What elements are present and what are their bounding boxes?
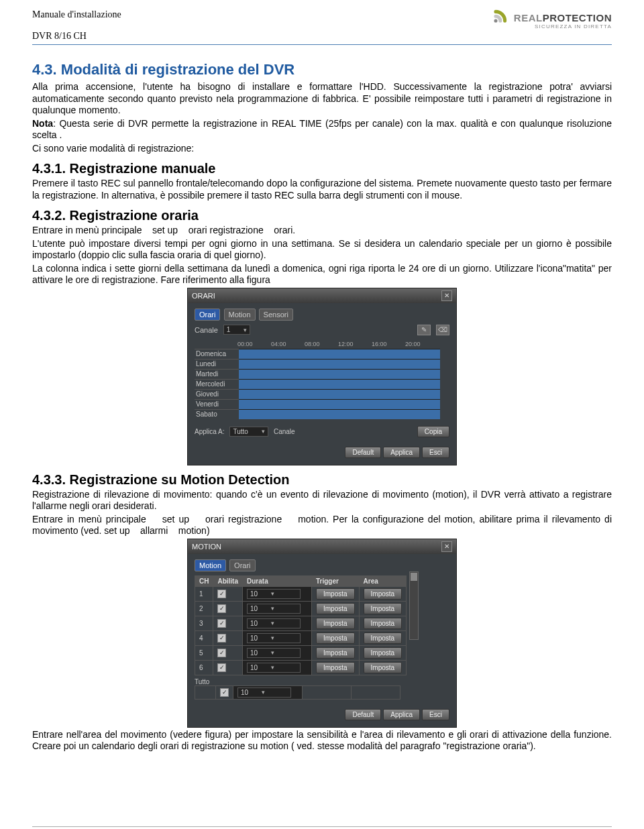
para-4-3-2-a: Entrare in menù principale set up orari … xyxy=(32,225,612,237)
col-durata: Durata xyxy=(243,575,312,586)
default-button[interactable]: Default xyxy=(345,709,381,720)
durata-select[interactable]: 10 xyxy=(247,633,301,643)
checkbox[interactable]: ✓ xyxy=(217,619,226,628)
motion-table: CH Abilita Durata Trigger Area 1 ✓ 10 Im… xyxy=(195,575,407,675)
para-4-3-3-b: Entrare in menù principale set up orari … xyxy=(32,514,612,537)
trigger-button[interactable]: Imposta xyxy=(316,662,355,673)
area-button[interactable]: Imposta xyxy=(364,603,402,614)
trigger-button[interactable]: Imposta xyxy=(316,603,355,614)
day-label: Mercoledi xyxy=(195,379,239,388)
heading-4-3-1: 4.3.1. Registrazione manuale xyxy=(32,161,612,176)
para-4-3-a: Alla prima accensione, l'utente ha bisog… xyxy=(32,81,612,117)
applica-a-select[interactable]: Tutto xyxy=(229,427,268,437)
tutto-label: Tutto xyxy=(195,678,209,685)
checkbox[interactable]: ✓ xyxy=(217,590,226,598)
para-4-3-nota: Nota: Questa serie di DVR permette la re… xyxy=(32,118,612,142)
checkbox[interactable]: ✓ xyxy=(217,634,226,643)
brand-logo: REALPROTECTION SICUREZZA IN DIRETTA xyxy=(484,9,612,32)
tab-sensori[interactable]: Sensori xyxy=(259,309,293,321)
scrollbar[interactable] xyxy=(409,571,419,640)
area-button[interactable]: Imposta xyxy=(364,588,402,600)
timeline-header: 00:00 04:00 08:00 12:00 16:00 20:00 xyxy=(237,341,449,347)
doc-model: DVR 8/16 CH xyxy=(32,31,121,42)
day-label: Venerdi xyxy=(195,399,239,408)
trigger-button[interactable]: Imposta xyxy=(316,588,355,600)
tab-orari2[interactable]: Orari xyxy=(229,559,255,571)
para-4-3-3-c: Entrare nell'area del movimento (vedere … xyxy=(32,729,612,753)
table-row: 2 ✓ 10 Imposta Imposta xyxy=(195,601,407,616)
schedule-bar[interactable] xyxy=(239,379,440,389)
table-row: 6 ✓ 10 Imposta Imposta xyxy=(195,660,407,675)
svg-point-0 xyxy=(494,19,497,22)
applica-button[interactable]: Applica xyxy=(383,447,420,458)
para-4-3-2-c: La colonna indica i sette giorni della s… xyxy=(32,263,612,286)
schedule-bar[interactable] xyxy=(239,389,440,399)
durata-select[interactable]: 10 xyxy=(247,604,301,614)
col-abilita: Abilita xyxy=(213,575,243,586)
checkbox-all[interactable]: ✓ xyxy=(220,688,229,697)
para-4-3-3-a: Registrazione di rilevazione di moviment… xyxy=(32,489,612,512)
nota-text: : Questa serie di DVR permette la regist… xyxy=(32,118,612,141)
tab-orari[interactable]: Orari xyxy=(195,309,220,321)
area-button[interactable]: Imposta xyxy=(364,618,402,629)
tab-motion2[interactable]: Motion xyxy=(195,559,226,571)
page-footer: www.realprotection.it 12 xyxy=(32,826,612,830)
col-ch: CH xyxy=(195,575,213,586)
table-row: 3 ✓ 10 Imposta Imposta xyxy=(195,616,407,630)
motion-tabs: Motion Orari xyxy=(195,559,449,571)
durata-all-select[interactable]: 10 xyxy=(237,687,291,698)
schedule-bar[interactable] xyxy=(239,349,440,359)
applica-button[interactable]: Applica xyxy=(383,709,420,720)
esci-button[interactable]: Esci xyxy=(422,709,449,720)
tab-motion[interactable]: Motion xyxy=(224,309,256,321)
motion-title: MOTION xyxy=(192,543,221,551)
para-4-3-1: Premere il tasto REC sul pannello fronta… xyxy=(32,178,612,201)
schedule-bar[interactable] xyxy=(239,359,440,369)
table-row: 4 ✓ 10 Imposta Imposta xyxy=(195,630,407,645)
checkbox[interactable]: ✓ xyxy=(217,604,226,613)
schedule-grid[interactable]: Domenica Lunedi Martedi Mercoledi Gioved… xyxy=(195,349,449,419)
brand-tagline: SICUREZZA IN DIRETTA xyxy=(514,23,612,30)
area-button[interactable]: Imposta xyxy=(364,662,402,673)
schedule-bar[interactable] xyxy=(239,369,440,379)
table-row: 5 ✓ 10 Imposta Imposta xyxy=(195,645,407,660)
canale-select[interactable]: 1 xyxy=(223,325,251,335)
trigger-button[interactable]: Imposta xyxy=(316,647,355,659)
motion-table-all: ✓ 10 xyxy=(195,685,400,700)
orari-title: ORARI xyxy=(192,292,215,300)
day-label: Sabato xyxy=(195,409,239,419)
brand-light: REAL xyxy=(514,12,543,23)
heading-4-3: 4.3. Modalità di registrazione del DVR xyxy=(32,61,612,78)
heading-4-3-3: 4.3.3. Registrazione su Motion Detection xyxy=(32,472,612,488)
pencil-icon[interactable]: ✎ xyxy=(417,325,431,335)
day-label: Domenica xyxy=(195,349,239,358)
close-icon[interactable]: ✕ xyxy=(441,290,452,301)
area-button[interactable]: Imposta xyxy=(364,647,402,659)
durata-select[interactable]: 10 xyxy=(247,589,301,599)
applica-a-label: Applica A: xyxy=(195,428,224,435)
col-trigger: Trigger xyxy=(312,575,360,586)
orari-dialog: ORARI ✕ Orari Motion Sensori Canale 1 ✎ … xyxy=(187,288,457,465)
trigger-button[interactable]: Imposta xyxy=(316,632,355,644)
heading-4-3-2: 4.3.2. Registrazione oraria xyxy=(32,208,612,223)
logo-icon xyxy=(484,9,507,32)
schedule-bar[interactable] xyxy=(239,399,440,409)
eraser-icon[interactable]: ⌫ xyxy=(436,325,449,335)
copia-button[interactable]: Copia xyxy=(417,426,449,437)
durata-select[interactable]: 10 xyxy=(247,618,301,628)
esci-button[interactable]: Esci xyxy=(422,447,449,458)
close-icon[interactable]: ✕ xyxy=(441,541,452,552)
canale-label2: Canale xyxy=(274,428,295,435)
trigger-button[interactable]: Imposta xyxy=(316,618,355,629)
checkbox[interactable]: ✓ xyxy=(217,663,226,672)
schedule-bar[interactable] xyxy=(239,409,440,419)
area-button[interactable]: Imposta xyxy=(364,632,402,644)
durata-select[interactable]: 10 xyxy=(247,648,301,658)
default-button[interactable]: Default xyxy=(345,447,381,458)
day-label: Lunedi xyxy=(195,359,239,368)
canale-label: Canale xyxy=(195,326,218,334)
para-4-3-c: Ci sono varie modalità di registrazione: xyxy=(32,143,612,155)
nota-label: Nota xyxy=(32,118,53,129)
checkbox[interactable]: ✓ xyxy=(217,649,226,657)
durata-select[interactable]: 10 xyxy=(247,663,301,673)
